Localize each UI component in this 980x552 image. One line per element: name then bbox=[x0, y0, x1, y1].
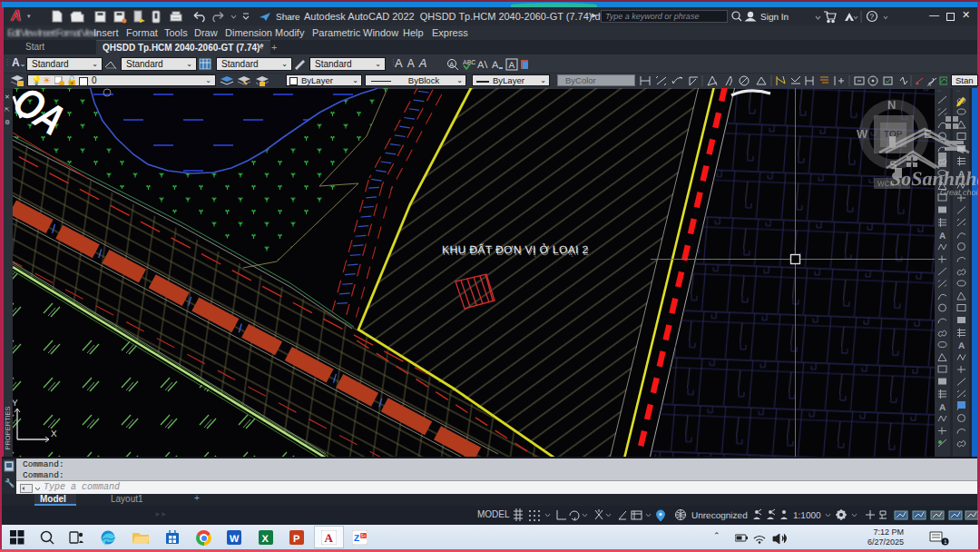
svg-text:A: A bbox=[509, 61, 515, 71]
svg-text:1:1000: 1:1000 bbox=[793, 511, 821, 521]
svg-text:A: A bbox=[958, 341, 965, 351]
svg-text:Unrecognized: Unrecognized bbox=[691, 511, 748, 521]
svg-text:A: A bbox=[939, 403, 946, 413]
svg-text:?: ? bbox=[870, 13, 875, 21]
svg-text:Share: Share bbox=[276, 13, 300, 23]
svg-text:A: A bbox=[325, 531, 334, 545]
svg-text:X: X bbox=[51, 429, 57, 439]
svg-text:Great choice: Great choice bbox=[940, 188, 980, 197]
svg-text:SoSanhnha: SoSanhnha bbox=[890, 167, 980, 190]
svg-text:A: A bbox=[449, 61, 455, 69]
svg-text:KHU ĐẤT ĐƠN VỊ Ở LOẠI 2: KHU ĐẤT ĐƠN VỊ Ở LOẠI 2 bbox=[442, 243, 589, 256]
svg-text:Sign In: Sign In bbox=[760, 13, 789, 23]
svg-text:::::: :::: bbox=[937, 88, 941, 93]
svg-text:::::: :::: bbox=[956, 88, 960, 93]
svg-text:A: A bbox=[927, 82, 931, 87]
svg-text:1: 1 bbox=[944, 539, 947, 546]
svg-text:A: A bbox=[939, 232, 946, 242]
svg-text:W: W bbox=[230, 534, 240, 545]
svg-text:Y: Y bbox=[13, 399, 18, 409]
svg-text:A: A bbox=[477, 60, 485, 71]
svg-text:5+: 5+ bbox=[361, 534, 367, 539]
svg-text:Z: Z bbox=[354, 534, 359, 544]
svg-text:A: A bbox=[492, 60, 499, 71]
svg-text:X: X bbox=[262, 534, 270, 545]
svg-text:P: P bbox=[293, 534, 299, 545]
